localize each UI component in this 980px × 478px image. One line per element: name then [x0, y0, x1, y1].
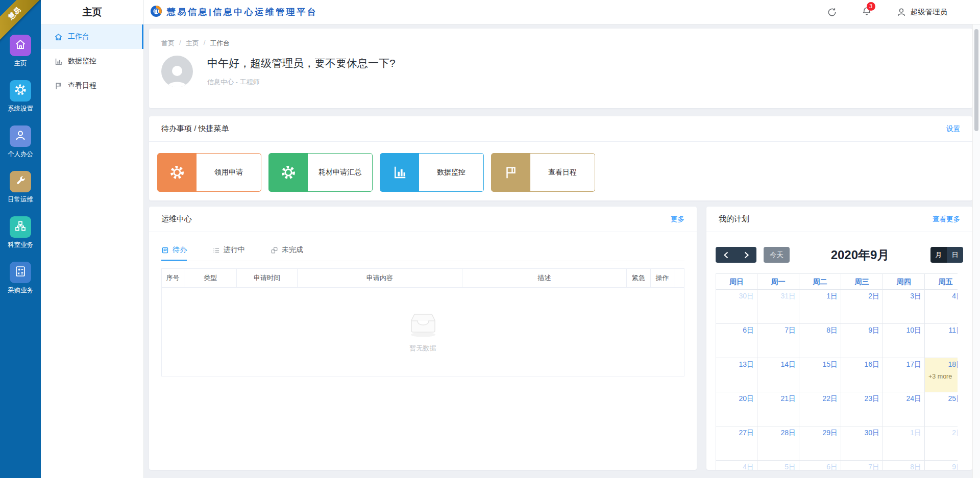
refresh-icon[interactable] [827, 7, 837, 17]
quick-button-consumables-summary[interactable]: 耗材申请汇总 [268, 153, 373, 192]
rail-item-label: 科室业务 [0, 241, 41, 249]
user-icon [896, 7, 906, 17]
subnav-item-label: 查看日程 [68, 81, 96, 90]
today-button[interactable]: 今天 [764, 247, 790, 263]
scrollbar-thumb[interactable] [974, 29, 978, 131]
brand: 慧易信息|信息中心运维管理平台 [150, 5, 317, 19]
col-header-apply-content: 申请内容 [298, 269, 462, 287]
day-view-button[interactable]: 日 [947, 247, 963, 263]
col-header-urgent: 紧急 [627, 269, 651, 287]
subnav-item-workbench[interactable]: 工作台 [41, 24, 143, 49]
calendar-day-cell[interactable]: 25日 [925, 392, 958, 426]
rail-item-procurement-business[interactable]: 采购业务 [0, 262, 41, 295]
calendar-day-cell[interactable]: 17日 [883, 358, 925, 392]
calendar-day-cell[interactable]: 31日 [757, 290, 799, 324]
rail-item-daily-ops[interactable]: 日常运维 [0, 171, 41, 204]
calendar-day-cell[interactable]: 7日 [841, 461, 883, 470]
more-events-link[interactable]: +3 more [928, 373, 952, 380]
calendar-day-cell[interactable]: 29日 [799, 426, 841, 461]
col-header-type: 类型 [184, 269, 237, 287]
rail-item-system-settings[interactable]: 系统设置 [0, 80, 41, 113]
col-header-actions: 操作 [651, 269, 674, 287]
calendar-day-cell[interactable]: 10日 [883, 324, 925, 358]
calendar-day-cell[interactable]: 7日 [757, 324, 799, 358]
calculator-icon [14, 265, 27, 280]
tab-unfinished[interactable]: 未完成 [271, 245, 303, 261]
calendar-day-cell[interactable]: 24日 [883, 392, 925, 426]
calendar-day-cell[interactable]: 21日 [757, 392, 799, 426]
tab-in-progress[interactable]: 进行中 [212, 245, 245, 261]
more-link[interactable]: 更多 [671, 215, 684, 224]
tab-todo[interactable]: 待办 [161, 245, 187, 261]
calendar-day-cell[interactable]: 9日 [925, 461, 958, 470]
ops-tabs: 待办 进行中 未完成 [161, 245, 684, 261]
subnav-item-view-schedule[interactable]: 查看日程 [41, 73, 143, 98]
weekday-header: 周日 [716, 273, 757, 290]
empty-inbox-icon [405, 311, 441, 340]
calendar-day-cell[interactable]: 13日 [716, 358, 757, 392]
next-month-button[interactable] [736, 247, 756, 263]
col-header-description: 描述 [462, 269, 627, 287]
link-icon [271, 246, 278, 254]
ribbon-label: 慧易 [7, 5, 23, 22]
calendar-day-cell[interactable]: 8日 [799, 324, 841, 358]
calendar-day-cell[interactable]: 30日 [841, 426, 883, 461]
flag-icon [492, 154, 530, 191]
month-view-button[interactable]: 月 [930, 247, 947, 263]
calendar-day-cell[interactable]: 16日 [841, 358, 883, 392]
calendar-day-cell[interactable]: 1日 [799, 290, 841, 324]
weekday-header: 周三 [841, 273, 883, 290]
calendar-day-cell[interactable]: 8日 [883, 461, 925, 470]
calendar-day-cell[interactable]: 6日 [799, 461, 841, 470]
current-user-name: 超级管理员 [911, 7, 948, 17]
quick-button-requisition[interactable]: 领用申请 [157, 153, 261, 192]
prev-month-button[interactable] [716, 247, 736, 263]
calendar-day-cell[interactable]: 14日 [757, 358, 799, 392]
calendar-day-cell[interactable]: 15日 [799, 358, 841, 392]
calendar-day-cell[interactable]: 4日 [925, 290, 958, 324]
calendar-day-cell[interactable]: 30日 [716, 290, 757, 324]
notifications-button[interactable]: 3 [862, 6, 872, 18]
gear-icon [14, 83, 27, 98]
calendar-day-cell[interactable]: 18日+3 more [925, 358, 958, 392]
clipboard-icon [161, 246, 169, 254]
gear-icon [158, 154, 197, 191]
quick-button-label: 耗材申请汇总 [308, 154, 372, 191]
weekday-header: 周四 [883, 273, 925, 290]
calendar-day-cell[interactable]: 20日 [716, 392, 757, 426]
calendar-day-cell[interactable]: 11日 [925, 324, 958, 358]
calendar-day-cell[interactable]: 22日 [799, 392, 841, 426]
rail-item-department-business[interactable]: 科室业务 [0, 216, 41, 249]
org-chart-icon [14, 220, 27, 234]
view-more-link[interactable]: 查看更多 [933, 215, 960, 224]
rail-item-home[interactable]: 主页 [0, 35, 41, 68]
calendar-day-cell[interactable]: 1日 [883, 426, 925, 461]
greeting-subtitle: 信息中心 - 工程师 [207, 78, 396, 87]
quick-menu-title: 待办事项 / 快捷菜单 [161, 124, 229, 134]
calendar-day-cell[interactable]: 2日 [841, 290, 883, 324]
quick-button-data-monitor[interactable]: 数据监控 [380, 153, 484, 192]
subnav-item-data-monitor[interactable]: 数据监控 [41, 49, 143, 73]
calendar-day-cell[interactable]: 23日 [841, 392, 883, 426]
calendar-day-cell[interactable]: 6日 [716, 324, 757, 358]
calendar-day-cell[interactable]: 28日 [757, 426, 799, 461]
rail-item-personal-office[interactable]: 个人办公 [0, 125, 41, 159]
settings-link[interactable]: 设置 [946, 124, 960, 134]
greeting-title: 中午好，超级管理员，要不要休息一下? [207, 56, 396, 70]
rail-item-label: 个人办公 [0, 150, 41, 159]
calendar-day-cell[interactable]: 9日 [841, 324, 883, 358]
calendar-day-cell[interactable]: 5日 [757, 461, 799, 470]
ops-center-card: 运维中心 更多 待办 进行中 [149, 207, 697, 470]
breadcrumb-main[interactable]: 主页 [186, 39, 199, 48]
calendar-day-cell[interactable]: 27日 [716, 426, 757, 461]
calendar-day-cell[interactable]: 3日 [883, 290, 925, 324]
col-header-apply-time: 申请时间 [237, 269, 298, 287]
subnav-title: 主页 [41, 0, 143, 24]
home-icon [14, 38, 27, 53]
calendar-day-cell[interactable]: 4日 [716, 461, 757, 470]
breadcrumb-home[interactable]: 首页 [161, 39, 175, 48]
user-menu[interactable]: 超级管理员 [896, 7, 948, 17]
calendar-day-cell[interactable]: 2日 [925, 426, 958, 461]
quick-button-view-schedule[interactable]: 查看日程 [491, 153, 595, 192]
vertical-scrollbar[interactable] [972, 24, 980, 478]
